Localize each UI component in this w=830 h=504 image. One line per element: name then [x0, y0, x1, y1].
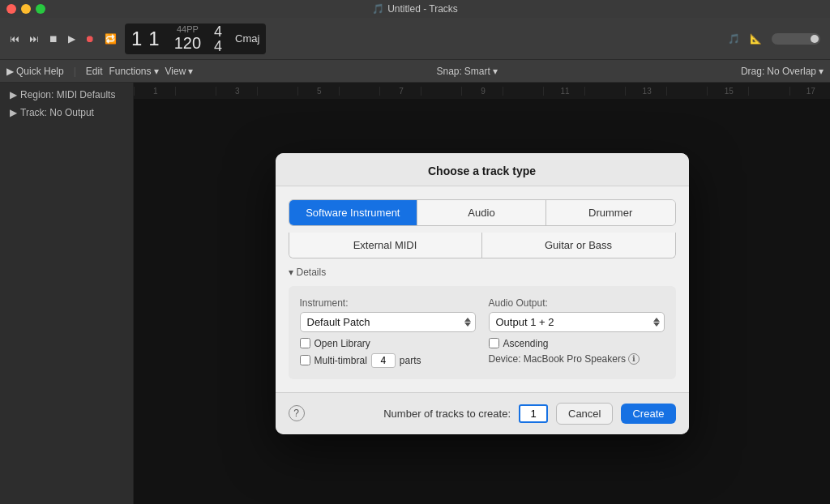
audio-output-label: Audio Output:	[489, 297, 665, 309]
record-button[interactable]: ⏺	[82, 32, 98, 46]
snap-label: Snap: Smart ▾	[436, 66, 497, 77]
metronome-button[interactable]: 🎵	[725, 32, 743, 46]
details-header[interactable]: ▾ Details	[289, 267, 676, 278]
multi-timbral-checkbox[interactable]	[300, 355, 310, 365]
rewind-button[interactable]: ⏮	[6, 32, 23, 46]
details-section: ▾ Details Instrument: Default	[289, 267, 676, 379]
drummer-button[interactable]: Drummer	[546, 200, 675, 225]
main-toolbar: ⏮ ⏭ ⏹ ▶ ⏺ 🔁 1 1 44PP 120 4 4 Cmaj 🎵 📐	[0, 18, 830, 60]
create-button[interactable]: Create	[621, 404, 675, 424]
time-sig-top: 4	[214, 24, 222, 39]
device-info: Device: MacBook Pro Speakers ℹ	[489, 353, 665, 365]
sidebar: ▶ Region: MIDI Defaults ▶ Track: No Outp…	[0, 83, 134, 504]
software-instrument-button[interactable]: Software Instrument	[289, 200, 418, 225]
open-library-checkbox[interactable]	[300, 338, 310, 348]
sidebar-region: ▶ Region: MIDI Defaults	[0, 86, 133, 104]
cycle-button[interactable]: 🔁	[101, 32, 120, 46]
drag-label: Drag: No Overlap ▾	[741, 66, 824, 77]
ascending-checkbox[interactable]	[489, 338, 499, 348]
traffic-lights	[6, 4, 45, 14]
parts-input[interactable]	[371, 353, 396, 368]
close-button[interactable]	[6, 4, 16, 14]
choose-track-type-modal: Choose a track type Software Instrument …	[276, 153, 689, 434]
key-display: Cmaj	[235, 32, 259, 45]
quick-help-toggle[interactable]: ▶ Quick Help	[6, 66, 64, 77]
details-content: Instrument: Default Patch	[289, 286, 676, 379]
audio-output-column: Audio Output: Output 1 + 2	[489, 297, 665, 368]
secondary-toolbar: ▶ Quick Help | Edit Functions ▾ View ▾ S…	[0, 60, 830, 83]
tracks-count-input[interactable]	[519, 404, 548, 423]
fullscreen-button[interactable]	[36, 4, 45, 14]
instrument-column: Instrument: Default Patch	[300, 297, 476, 368]
fast-forward-button[interactable]: ⏭	[26, 32, 42, 46]
bpm-value: 120	[174, 34, 201, 53]
sidebar-track: ▶ Track: No Output	[0, 104, 133, 122]
help-button[interactable]: ?	[289, 405, 305, 421]
misc-controls: 🎵 📐	[725, 32, 824, 46]
device-info-icon[interactable]: ℹ	[628, 353, 640, 365]
play-button[interactable]: ▶	[65, 32, 79, 46]
multi-timbral-label: Multi-timbral	[314, 355, 367, 366]
modal-title-bar: Choose a track type	[276, 153, 689, 186]
stop-button[interactable]: ⏹	[45, 32, 62, 46]
multi-timbral-row: Multi-timbral parts	[300, 353, 476, 368]
instrument-select-wrapper: Default Patch	[300, 312, 476, 332]
open-library-row: Open Library	[300, 338, 476, 349]
instrument-select[interactable]: Default Patch	[300, 312, 476, 332]
view-menu[interactable]: View ▾	[165, 66, 194, 77]
time-sig-bottom: 4	[214, 39, 222, 53]
ascending-row: Ascending	[489, 338, 665, 349]
count-in-button[interactable]: 📐	[747, 32, 765, 46]
open-library-label: Open Library	[314, 338, 370, 349]
edit-menu[interactable]: Edit	[86, 66, 103, 77]
transport-display: 1 1 44PP 120 4 4 Cmaj	[125, 23, 266, 54]
details-columns: Instrument: Default Patch	[300, 297, 665, 368]
track-area: 1 3 5 7 9 11 13 15 17	[134, 83, 830, 504]
instrument-label: Instrument:	[300, 297, 476, 309]
footer-right: Number of tracks to create: Cancel Creat…	[383, 403, 675, 425]
functions-menu[interactable]: Functions ▾	[109, 66, 159, 77]
window-title: 🎵 Untitled - Tracks	[372, 3, 458, 15]
audio-button[interactable]: Audio	[417, 200, 546, 225]
title-bar: 🎵 Untitled - Tracks	[0, 0, 830, 18]
modal-overlay: Choose a track type Software Instrument …	[134, 83, 830, 504]
modal-footer: ? Number of tracks to create: Cancel Cre…	[276, 392, 689, 434]
transport-controls-group: ⏮ ⏭ ⏹ ▶ ⏺ 🔁	[6, 32, 120, 46]
bpm-label: 44PP	[177, 24, 199, 34]
cancel-button[interactable]: Cancel	[556, 403, 613, 425]
modal-title: Choose a track type	[289, 164, 676, 177]
track-type-grid-row2: External MIDI Guitar or Bass	[289, 233, 676, 258]
ascending-label: Ascending	[503, 338, 549, 349]
modal-body: Software Instrument Audio Drummer Extern…	[276, 186, 689, 392]
minimize-button[interactable]	[21, 4, 31, 14]
parts-label: parts	[400, 355, 421, 366]
track-type-grid-row1: Software Instrument Audio Drummer	[289, 199, 676, 226]
main-area: ▶ Region: MIDI Defaults ▶ Track: No Outp…	[0, 83, 830, 504]
guitar-or-bass-button[interactable]: Guitar or Bass	[482, 233, 675, 258]
external-midi-button[interactable]: External MIDI	[289, 233, 482, 258]
tracks-create-label: Number of tracks to create:	[383, 408, 511, 420]
audio-output-select[interactable]: Output 1 + 2	[489, 312, 665, 332]
audio-output-select-wrapper: Output 1 + 2	[489, 312, 665, 332]
position-display: 1 1	[131, 28, 160, 50]
